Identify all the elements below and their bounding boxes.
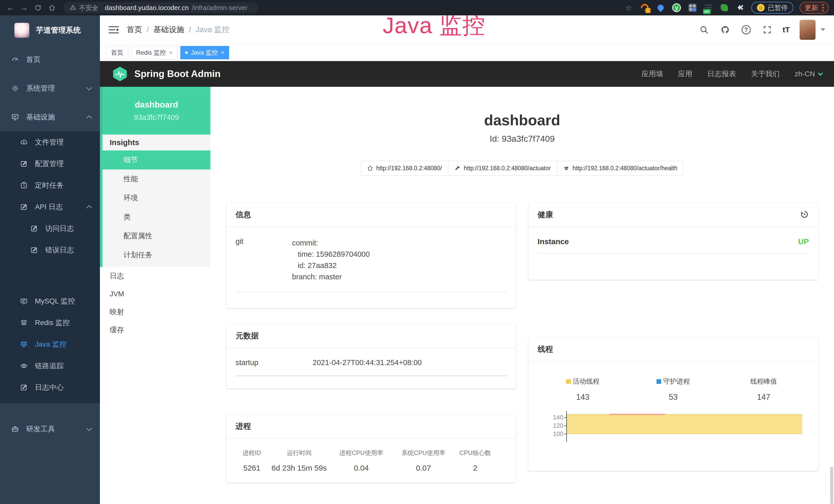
sidebar-item-java-monitor[interactable]: Java 监控 (0, 334, 100, 355)
sidebar-item-home[interactable]: 首页 (0, 45, 100, 74)
metadata-startup-row: startup 2021-04-27T00:44:31.254+08:00 (236, 359, 507, 376)
paused-label: 已暂停 (768, 3, 788, 12)
process-card-title: 进程 (236, 421, 251, 432)
sba-nav-applications[interactable]: 应用 (678, 69, 693, 79)
sba-nav-journal[interactable]: 日志报表 (707, 69, 736, 79)
sba-menu-jvm[interactable]: JVM (100, 285, 211, 303)
extension-grid-icon[interactable] (687, 3, 697, 13)
sba-menu-environment[interactable]: 环境 (103, 188, 211, 207)
tab-home[interactable]: 首页 (106, 46, 128, 59)
sidebar-item-dev-tools[interactable]: 研发工具 (0, 416, 100, 442)
sba-nav-about[interactable]: 关于我们 (751, 69, 780, 79)
instance-links: http://192.168.0.2:48080/ http://192.168… (211, 161, 834, 176)
sidebar-item-scheduled-jobs[interactable]: 定时任务 (0, 175, 100, 196)
tags-view-bar: 首页 Redis 监控× Java 监控× (100, 44, 834, 61)
history-icon[interactable] (800, 210, 809, 220)
threads-card-title: 线程 (537, 344, 553, 354)
sidebar-item-file-manage[interactable]: 文件管理 (0, 132, 100, 153)
sidebar-item-error-log[interactable]: 错误日志 (0, 239, 100, 261)
sidebar-item-system[interactable]: 系统管理 (0, 74, 100, 103)
y-tick-100: 100 (537, 430, 563, 437)
sidebar-item-redis-monitor[interactable]: Redis 监控 (0, 312, 100, 334)
health-card: 健康 Instance UP (528, 203, 818, 280)
sba-menu-details[interactable]: 细节 (100, 151, 211, 169)
search-icon[interactable] (698, 24, 710, 36)
app-logo-row[interactable]: 芋道管理系统 (0, 16, 100, 45)
sidebar-item-config-manage[interactable]: 配置管理 (0, 153, 100, 175)
tab-java-monitor[interactable]: Java 监控× (180, 46, 229, 59)
home-icon[interactable] (47, 3, 57, 13)
extensions-puzzle-icon[interactable] (736, 3, 745, 13)
sba-menu-metrics[interactable]: 性能 (103, 169, 211, 188)
sba-locale-select[interactable]: zh-CN (795, 70, 822, 78)
process-table: 进程ID 运行时间 进程CPU使用率 系统CPU使用率 CPU核心数 5261 (236, 449, 496, 473)
process-proc-cpu-value: 0.04 (330, 464, 393, 473)
sba-menu-logs[interactable]: 日志 (100, 267, 211, 285)
sba-nav-wallboard[interactable]: 应用墙 (642, 69, 663, 79)
tab-redis-monitor[interactable]: Redis 监控× (131, 46, 177, 59)
sba-menu-mappings[interactable]: 映射 (100, 303, 211, 321)
update-label: 更新 (805, 3, 818, 12)
sidebar-item-tracing[interactable]: 链路追踪 (0, 355, 100, 377)
active-tab-dot (185, 51, 188, 54)
sidebar-item-infra[interactable]: 基础设施 (0, 103, 100, 132)
url-host: dashboard.yudao.iocoder.cn (105, 4, 189, 12)
instance-title: dashboard (211, 111, 834, 129)
sba-menu-config-props[interactable]: 配置属性 (103, 226, 211, 246)
process-col-sys-cpu: 系统CPU使用率 (393, 449, 455, 457)
chrome-update-button[interactable]: 更新 (799, 2, 829, 14)
help-icon[interactable]: ? (741, 24, 752, 36)
extension-y-icon[interactable]: y (672, 3, 681, 13)
log-edit-icon (30, 246, 38, 254)
service-url-button[interactable]: http://192.168.0.2:48080/ (360, 161, 448, 176)
extension-leaf-icon[interactable] (720, 3, 729, 13)
sba-menu-scheduled-tasks[interactable]: 计划任务 (103, 246, 211, 265)
sidebar-item-mysql-monitor[interactable]: MySQL 监控 (0, 290, 100, 312)
extension-switch-on-icon[interactable]: on (704, 3, 713, 13)
sba-app-panel[interactable]: dashboard 93a3fc7f7409 (100, 87, 211, 135)
live-threads-area (567, 414, 802, 434)
reload-icon[interactable] (33, 3, 43, 13)
health-url-button[interactable]: http://192.168.0.2:48080/actuator/health (557, 161, 684, 176)
breadcrumb-home[interactable]: 首页 (127, 24, 142, 35)
fullscreen-icon[interactable] (762, 24, 773, 36)
gear-icon (11, 85, 19, 92)
health-card-title: 健康 (537, 209, 553, 220)
address-divider (102, 4, 102, 11)
actuator-url-button[interactable]: http://192.168.0.2:48080/actuator (448, 161, 557, 176)
page-scrollbar[interactable] (830, 467, 833, 504)
sba-menu-classes[interactable]: 类 (103, 207, 211, 226)
user-avatar[interactable] (799, 20, 815, 40)
font-size-icon[interactable]: tT (783, 25, 790, 34)
sidebar-toggle-icon[interactable] (109, 26, 119, 34)
monitor-chart-icon (11, 113, 19, 121)
java-monitor-icon (20, 340, 28, 348)
back-icon[interactable]: ← (5, 3, 16, 13)
screen: ← → 不安全 dashboard.yudao.iocoder.cn/infra… (0, 0, 834, 504)
sidebar-item-log-center[interactable]: 日志中心 (0, 377, 100, 398)
not-secure-icon (70, 4, 76, 11)
close-icon[interactable]: × (221, 49, 224, 56)
browser-menu-icon[interactable] (822, 4, 824, 11)
info-git-value: commit: time: 1596289704000 id: 27aa832 … (292, 237, 370, 282)
home-icon (367, 165, 373, 171)
address-bar[interactable]: 不安全 dashboard.yudao.iocoder.cn/infra/adm… (63, 2, 258, 13)
sba-menu-caches[interactable]: 缓存 (100, 321, 211, 339)
process-sys-cpu-value: 0.07 (393, 464, 455, 473)
threads-legend: 活动线程 143 守护进程 53 线程峰值 (537, 377, 809, 402)
layers-icon (20, 319, 28, 327)
bookmark-star-icon[interactable]: ☆ (623, 3, 634, 13)
breadcrumb-infra[interactable]: 基础设施 (153, 24, 184, 35)
profile-paused-chip[interactable]: ☺ 已暂停 (751, 2, 793, 14)
extension-pin-icon[interactable] (656, 3, 665, 13)
github-icon[interactable] (720, 24, 731, 36)
extension-colorzilla-icon[interactable]: 1 (640, 3, 650, 13)
sba-insights-group: Insights 细节 性能 环境 类 配置属性 计划任务 (100, 135, 211, 267)
database-monitor-icon (20, 297, 28, 305)
close-icon[interactable]: × (169, 49, 172, 56)
sidebar-item-access-log[interactable]: 访问日志 (0, 218, 100, 239)
sba-header: Spring Boot Admin 应用墙 应用 日志报表 关于我们 zh-CN (100, 61, 834, 87)
forward-icon[interactable]: → (19, 3, 29, 13)
sidebar-item-api-log[interactable]: API 日志 (0, 196, 100, 218)
user-menu-caret-icon[interactable] (821, 28, 825, 31)
